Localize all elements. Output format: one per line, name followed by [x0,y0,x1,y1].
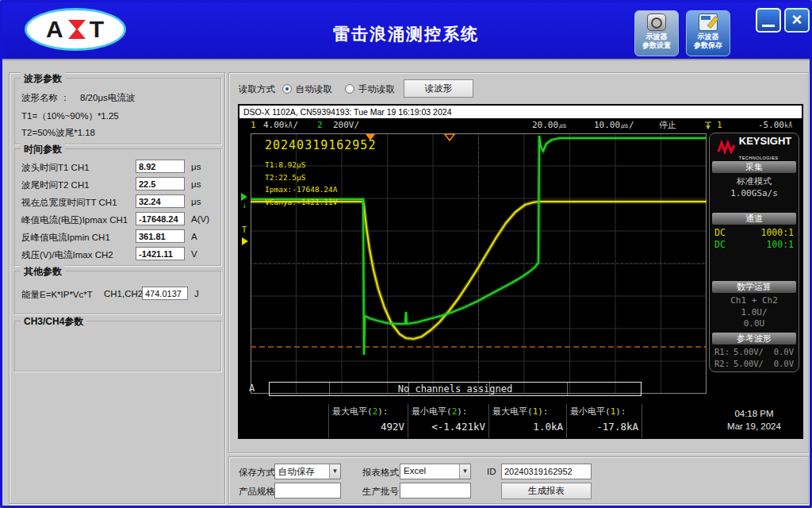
param-unit: μs [191,162,201,171]
waveform-name-value: 8/20μs电流波 [80,92,135,104]
clock-date: Mar 19, 2024 [709,420,799,433]
scope-status-bar: 1 4.00㎄/ 2 200V/ 20.00㎲ 10.00㎲/ 停止 1 -5.… [239,118,802,132]
ch2-scale: 200V/ [333,118,359,132]
ch2-number: 2 [317,118,323,132]
param-unit: μs [191,179,201,189]
tt-field[interactable] [136,194,185,208]
ch2-ground-marker-icon [241,193,247,201]
report-format-select[interactable]: Excel ▼ [400,464,471,479]
minimize-button[interactable] [756,8,781,33]
time-group-title: 时间参数 [21,143,65,156]
ground-symbol-icon: ↓ [242,201,247,210]
param-label: 波头时间T1 CH1 [21,162,90,174]
acquire-header[interactable]: 采集 [712,161,796,173]
id-label: ID [487,467,496,476]
trigger-channel: 1 [717,118,722,132]
brand-name: KEYSIGHT [739,135,791,147]
other-group-title: 其他参数 [21,265,65,279]
batch-number-label: 生产批号 [362,486,399,498]
oscilloscope-save-button[interactable]: 示波器 参数保存 [686,10,730,56]
param-unit: A(V) [191,214,209,224]
math-scale: 1.0U/ [710,307,799,318]
math-offset: 0.0U [710,318,799,329]
close-button[interactable]: × [784,8,810,33]
ch1-scale: 4.00㎄/ [263,118,298,132]
time-reference: 20.00㎲ [532,118,567,132]
math-header[interactable]: 数学运算 [712,281,796,293]
ch1-row: DC1000:1 [714,227,794,238]
param-label: 残压(V)/电流Imax CH2 [21,249,113,261]
sample-rate: 1.00GSa/s [710,188,799,198]
read-waveform-button[interactable]: 读波形 [404,79,473,98]
save-button-label2: 参数保存 [694,41,722,50]
oscilloscope-screenshot: DSO-X 1102A, CN59394193: Tue Mar 19 16:1… [238,104,803,439]
param-label: 反峰值电流Ipmin CH1 [21,232,110,244]
title-bar: A T 雷击浪涌测控系统 示波器 参数设置 示波器 参数保存 × [2,2,810,60]
report-format-value: Excel [404,466,426,475]
energy-field[interactable] [142,287,188,300]
ipmin-field[interactable] [136,229,185,243]
save-mode-value: 自动保存 [278,467,315,476]
batch-number-field[interactable] [400,483,471,498]
save-params-icon [699,13,718,31]
other-params-group: 其他参数 能量E=K*IP*Vc*T CH1,CH2 J [14,271,221,314]
minimize-icon [762,25,775,27]
app-window: A T 雷击浪涌测控系统 示波器 参数设置 示波器 参数保存 × 波形参数 波形… [0,0,812,508]
manual-read-label: 手动读取 [358,83,395,95]
ch34-params-group: CH3/CH4参数 [14,321,221,371]
scope-titlebar: DSO-X 1102A, CN59394193: Tue Mar 19 16:1… [239,106,802,118]
t1-field[interactable] [136,160,185,173]
save-button-label1: 示波器 [698,33,719,41]
channels-header[interactable]: 通道 [712,213,796,225]
measurement-min-ch1: 最小电平(1): -17.8kA [570,406,642,437]
timebase: 10.00㎲/ [594,118,634,132]
waveform-name-label: 波形名称 ： [21,92,70,104]
scope-side-panel: KEYSIGHTTECHNOLOGIES 采集 标准模式 1.00GSa/s 通… [709,133,799,372]
no-channels-banner: No channels assigned [269,382,642,396]
run-state: 停止 [659,118,676,132]
auto-read-radio[interactable] [282,84,292,94]
math-expression: Ch1 + Ch2 [710,295,799,306]
save-mode-select[interactable]: 自动保存 ▼ [274,464,341,479]
waveform-display [251,133,707,394]
report-format-label: 报表格式 [362,467,399,479]
product-spec-field[interactable] [274,483,341,498]
close-icon: × [792,10,802,29]
brand-sub: TECHNOLOGIES [739,156,779,160]
save-mode-label: 保存方式 [239,467,275,479]
scope-panel: 读取方式 自动读取 手动读取 读波形 DSO-X 1102A, CN593941… [228,72,809,453]
oscilloscope-settings-button[interactable]: 示波器 参数设置 [634,10,679,56]
manual-read-radio[interactable] [345,84,354,94]
trigger-edge-icon [704,121,712,134]
id-field[interactable] [501,464,592,479]
waveform-group-title: 波形参数 [21,72,65,86]
auto-read-label: 自动读取 [296,83,332,95]
energy-ch-label: CH1,CH2 [104,289,143,298]
report-controls-panel: 保存方式 自动保存 ▼ 报表格式 Excel ▼ ID 产品规格 生产批号 生成… [228,456,809,504]
t2-field[interactable] [136,177,185,190]
imax-field[interactable] [136,247,185,260]
param-unit: μs [191,197,201,206]
dropdown-arrow-icon: ▼ [459,464,470,479]
generate-report-button[interactable]: 生成报表 [501,483,592,499]
scope-a-label: A [249,383,255,394]
keysight-logo-icon [717,140,736,156]
measurement-max-ch1: 最大电平(1): 1.0kA [492,406,566,437]
settings-button-label1: 示波器 [646,33,668,41]
t1-formula: T1=（10%~90%）*1.25 [21,110,119,122]
param-label: 视在总宽度时间TT CH1 [21,197,117,209]
dropdown-arrow-icon: ▼ [329,464,340,479]
measurement-max-ch2: 最大电平(2): 492V [332,406,408,437]
ch2-row: DC100:1 [714,239,794,250]
measurement-min-ch2: 最小电平(2): <-1.421kV [412,406,488,437]
waveform-params-group: 波形参数 波形名称 ： 8/20μs电流波 T1=（10%~90%）*1.25 … [14,78,221,144]
reference-header[interactable]: 参考波形 [712,333,796,344]
time-params-group: 时间参数 波头时间T1 CH1 μs 波尾时间T2 CH1 μs 视在总宽度时间… [14,148,221,266]
param-unit: A [191,232,197,241]
ipmax-field[interactable] [136,212,185,225]
clock-time: 04:18 PM [709,407,799,420]
keysight-logo: KEYSIGHTTECHNOLOGIES [710,136,799,160]
energy-formula-label: 能量E=K*IP*Vc*T [21,289,93,301]
ch1-number: 1 [251,118,256,132]
trigger-t-marker: T [242,225,247,234]
